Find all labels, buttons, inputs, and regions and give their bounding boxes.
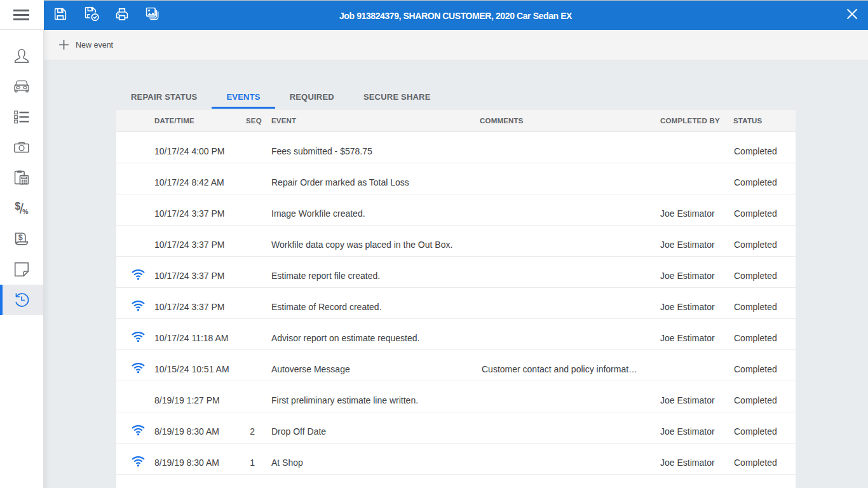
svg-text:$: $ xyxy=(18,233,23,242)
